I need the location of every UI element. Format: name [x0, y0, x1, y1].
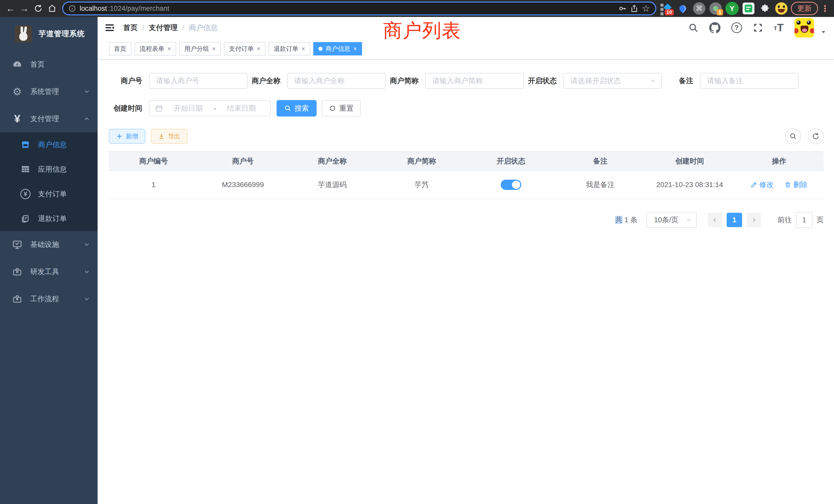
- create-time-label: 创建时间: [109, 104, 142, 113]
- breadcrumb: 首页 / 支付管理 / 商户信息: [123, 23, 218, 32]
- create-time-range-picker[interactable]: 开始日期 - 结束日期: [149, 100, 271, 116]
- full-name-label: 商户全称: [251, 76, 280, 86]
- font-size-icon[interactable]: ᴛT: [774, 22, 784, 34]
- short-name-input[interactable]: [425, 73, 524, 89]
- active-dot: [319, 47, 323, 51]
- sidebar-item-app-info[interactable]: 应用信息: [0, 157, 97, 182]
- tag-process-form[interactable]: 流程表单 ×: [135, 42, 176, 55]
- sidebar-item-system[interactable]: ⚙ 系统管理: [0, 78, 97, 105]
- extension-y-icon[interactable]: Y: [725, 2, 739, 16]
- back-icon[interactable]: ←: [4, 2, 18, 16]
- home-icon[interactable]: [45, 2, 59, 16]
- chevron-up-icon: [83, 115, 90, 122]
- sidebar-item-infrastructure[interactable]: 基础设施: [0, 231, 97, 258]
- search-icon[interactable]: [688, 23, 698, 33]
- close-icon[interactable]: ×: [353, 46, 357, 52]
- sidebar-item-payment[interactable]: ¥ 支付管理: [0, 105, 97, 132]
- extension-chat-icon[interactable]: [742, 2, 755, 16]
- edit-link[interactable]: 修改: [750, 180, 774, 190]
- help-icon[interactable]: ?: [731, 22, 742, 33]
- extension-pin-icon[interactable]: [676, 2, 690, 16]
- yen-icon: ¥: [11, 113, 23, 125]
- add-button[interactable]: 新增: [109, 129, 145, 144]
- page-size-select[interactable]: 10条/页: [646, 212, 697, 228]
- site-info-icon[interactable]: [68, 5, 76, 12]
- extension-command-icon[interactable]: ⌘: [692, 2, 706, 16]
- user-menu-caret-icon[interactable]: [821, 29, 826, 35]
- tag-home[interactable]: 首页: [109, 42, 131, 55]
- document-icon: [20, 214, 31, 223]
- status-toggle[interactable]: [501, 180, 521, 190]
- sidebar-item-home[interactable]: 首页: [0, 51, 97, 78]
- table-toolbar: 新增 导出: [109, 128, 824, 144]
- sidebar-item-pay-order[interactable]: ¥ 支付订单: [0, 182, 97, 206]
- sidebar-item-label: 支付订单: [38, 189, 67, 199]
- browser-update-button[interactable]: 更新: [791, 2, 818, 15]
- forward-icon[interactable]: →: [18, 2, 31, 16]
- prev-page-button[interactable]: [708, 213, 722, 227]
- next-page-button[interactable]: [747, 213, 761, 227]
- breadcrumb-separator: /: [142, 24, 144, 32]
- sidebar-item-dev-tools[interactable]: 研发工具: [0, 258, 97, 285]
- full-name-input[interactable]: [287, 73, 386, 89]
- close-icon[interactable]: ×: [212, 46, 216, 52]
- col-merchant-id: 商户编号: [109, 152, 198, 171]
- tag-user-group[interactable]: 用户分组 ×: [179, 42, 221, 55]
- merchant-no-input[interactable]: [149, 73, 247, 89]
- close-icon[interactable]: ×: [257, 46, 260, 52]
- page-number-1[interactable]: 1: [727, 213, 742, 227]
- grid-icon: [20, 164, 31, 174]
- export-button[interactable]: 导出: [151, 129, 188, 144]
- chevron-down-icon: [83, 88, 90, 95]
- bookmark-star-icon[interactable]: ☆: [642, 3, 650, 14]
- goto-label: 前往: [777, 215, 792, 225]
- extension-recorder-icon[interactable]: 1: [709, 2, 723, 16]
- github-icon[interactable]: [709, 22, 721, 33]
- search-button[interactable]: 搜索: [277, 100, 316, 116]
- page-content: 商户号 商户全称 商户简称 开启状态 请选择开启状态: [97, 60, 834, 504]
- user-avatar[interactable]: [794, 18, 814, 38]
- reset-button[interactable]: 重置: [322, 100, 361, 116]
- extensions-puzzle-icon[interactable]: [758, 2, 772, 16]
- tag-refund-order[interactable]: 退款订单 ×: [269, 42, 310, 55]
- app-logo[interactable]: 芋道管理系统: [0, 17, 97, 51]
- sidebar-item-refund-order[interactable]: 退款订单: [0, 206, 97, 231]
- extension-badge-2: 1: [717, 9, 723, 16]
- fullscreen-icon[interactable]: [753, 23, 763, 33]
- password-key-icon[interactable]: [618, 4, 627, 13]
- merchant-table: 商户编号 商户号 商户全称 商户简称 开启状态 备注 创建时间 操作 1: [109, 152, 824, 199]
- extension-emoji-icon[interactable]: [774, 2, 788, 16]
- pagination: 共 1 条 10条/页 1 前往: [109, 212, 824, 228]
- sidebar-item-label: 首页: [30, 60, 45, 69]
- pagination-total: 共 1 条: [615, 215, 638, 225]
- close-icon[interactable]: ×: [168, 46, 171, 52]
- sidebar-item-workflow[interactable]: 工作流程: [0, 285, 97, 313]
- close-icon[interactable]: ×: [302, 46, 305, 52]
- tags-view-bar: 首页 流程表单 × 用户分组 × 支付订单 × 退款订单 ×: [97, 39, 834, 60]
- browser-menu-icon[interactable]: ⋮: [821, 3, 829, 14]
- reload-icon[interactable]: [31, 2, 45, 16]
- status-select[interactable]: 请选择开启状态: [563, 73, 662, 89]
- cell-merchant-id: 1: [109, 171, 198, 199]
- extension-blue-diamond-icon[interactable]: 10: [659, 2, 673, 16]
- delete-link[interactable]: 删除: [785, 180, 808, 190]
- sidebar-item-merchant-info[interactable]: 商户信息: [0, 132, 97, 157]
- toggle-search-button[interactable]: [785, 128, 801, 144]
- breadcrumb-payment[interactable]: 支付管理: [149, 23, 178, 32]
- breadcrumb-home[interactable]: 首页: [123, 23, 138, 32]
- monitor-icon: [11, 239, 23, 250]
- share-icon[interactable]: [630, 4, 638, 13]
- end-date-placeholder: 结束日期: [218, 104, 265, 113]
- yen-circle-icon: ¥: [20, 189, 31, 199]
- merchant-no-label: 商户号: [109, 76, 142, 86]
- remark-input[interactable]: [700, 73, 798, 89]
- tag-merchant-info[interactable]: 商户信息 ×: [313, 42, 362, 55]
- sidebar-collapse-icon[interactable]: [104, 22, 115, 33]
- logo-image: [15, 25, 32, 42]
- tag-pay-order[interactable]: 支付订单 ×: [224, 42, 265, 55]
- dashboard-icon: [11, 59, 23, 70]
- goto-page-input[interactable]: [796, 212, 812, 228]
- status-label: 开启状态: [528, 76, 557, 86]
- refresh-button[interactable]: [808, 128, 824, 144]
- url-bar[interactable]: localhost:1024/pay/merchant ☆: [62, 2, 656, 16]
